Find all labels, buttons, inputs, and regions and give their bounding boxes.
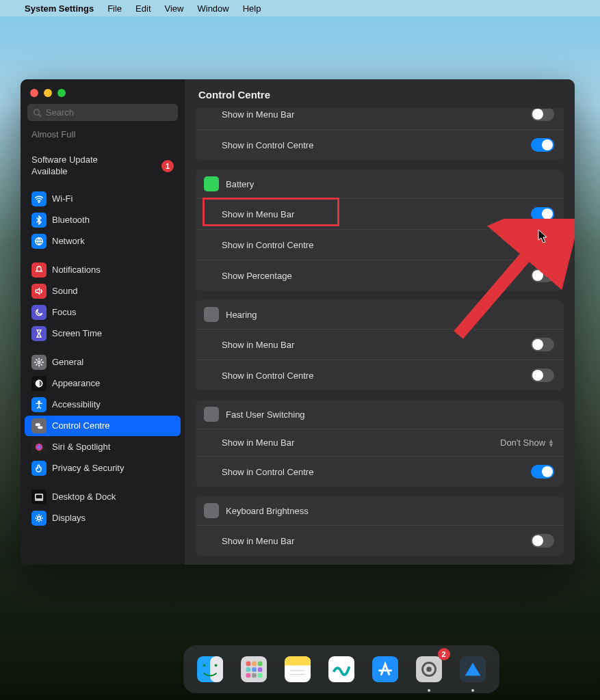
search-input[interactable] [46,107,172,118]
dock-icon-settings[interactable]: 2 [410,651,447,688]
menubar-window[interactable]: Window [197,3,229,14]
sidebar-item-general[interactable]: General [25,352,181,373]
svg-rect-27 [252,673,257,678]
sidebar-item-label: Bluetooth [52,215,90,225]
minimize-window-button[interactable] [44,89,52,97]
sidebar-item-screen-time[interactable]: Screen Time [25,323,181,344]
toggle-switch[interactable] [531,238,554,252]
menubar-file[interactable]: File [107,3,122,14]
settings-row: Show Percentage [196,260,564,291]
dock-icon-appstore[interactable] [367,651,404,688]
section-icon [204,176,219,191]
gear-icon [31,355,47,370]
chevron-updown-icon: ▲▼ [548,439,554,447]
sidebar-item-notifications[interactable]: Notifications [25,260,181,280]
sidebar-item-label: Desktop & Dock [52,492,116,502]
svg-point-18 [214,664,217,667]
sidebar-item-label: General [52,357,83,367]
svg-point-4 [38,361,40,364]
sidebar-item-sound[interactable]: Sound [25,281,181,301]
close-window-button[interactable] [30,89,38,97]
svg-rect-26 [246,673,250,678]
menubar-help[interactable]: Help [243,3,261,14]
toggle-switch[interactable] [531,109,554,121]
svg-rect-23 [246,667,250,672]
sidebar-software-update[interactable]: Software Update Available 1 [21,152,185,180]
row-label: Show in Menu Bar [222,438,294,448]
dock-icon-finder[interactable] [192,651,229,688]
row-label: Show in Control Centre [222,240,313,250]
sidebar-item-network[interactable]: Network [25,231,181,252]
svg-rect-22 [257,662,262,667]
zoom-window-button[interactable] [57,89,66,97]
dock-icon-notes[interactable] [279,651,316,688]
dropdown-select[interactable]: Don't Show▲▼ [500,438,554,448]
toggle-switch[interactable] [531,138,554,152]
toggle-switch[interactable] [531,338,554,351]
svg-rect-34 [328,656,354,682]
desk-icon [31,489,47,504]
settings-section-battery: BatteryShow in Menu BarShow in Control C… [196,170,564,291]
menubar-view[interactable]: View [165,3,184,14]
menubar-edit[interactable]: Edit [135,3,151,14]
dock-icon-unknown[interactable] [454,651,491,688]
toggle-switch[interactable] [531,465,554,479]
menubar-app-name[interactable]: System Settings [25,3,94,14]
window-controls [21,79,185,104]
sidebar-item-desktop-dock[interactable]: Desktop & Dock [25,487,181,507]
hand-icon [31,461,47,476]
svg-point-12 [38,516,41,520]
row-label: Show in Menu Bar [222,209,294,219]
section-title: Fast User Switching [226,409,305,420]
sidebar-item-appearance[interactable]: Appearance [25,373,181,394]
toggle-switch[interactable] [531,368,554,382]
toggle-switch[interactable] [531,534,554,548]
sidebar-item-label: Screen Time [52,328,102,338]
sidebar-item-focus[interactable]: Focus [25,302,181,323]
svg-rect-20 [246,662,250,667]
main-pane-title: Control Centre [185,79,575,109]
bt-icon [31,213,47,228]
section-icon [204,307,219,322]
settings-row: Show in Control Centre [196,229,564,260]
settings-row: Show in Control Centre [196,360,564,390]
dock-icon-launchpad[interactable] [235,651,272,688]
sidebar-item-displays[interactable]: Displays [25,508,181,528]
svg-rect-7 [36,424,40,425]
sidebar-item-label: Privacy & Security [52,463,124,473]
toggle-switch[interactable] [531,269,554,282]
section-title: Hearing [226,310,257,320]
svg-rect-28 [257,673,262,678]
settings-row: Show in Menu Bar [196,109,564,129]
sidebar-item-siri-spotlight[interactable]: Siri & Spotlight [25,437,181,457]
row-label: Show in Menu Bar [222,109,294,120]
main-scroll[interactable]: Show in Menu BarShow in Control CentreBa… [185,109,575,565]
sidebar-item-control-centre[interactable]: Control Centre [25,416,181,436]
siri-icon [31,440,47,455]
dock-icon-freeform[interactable] [323,651,360,688]
svg-rect-24 [252,667,257,672]
svg-rect-8 [38,427,42,428]
software-update-badge: 1 [161,160,174,172]
dropdown-value-label: Don't Show [500,438,545,448]
row-label: Show in Control Centre [222,371,313,381]
svg-rect-10 [36,494,43,499]
search-icon [33,108,42,118]
sidebar-item-wi-fi[interactable]: Wi-Fi [25,189,181,209]
svg-rect-21 [252,662,257,667]
section-header: Battery [196,170,564,198]
sidebar-item-label: Wi-Fi [52,193,73,204]
sidebar-item-label: Sound [52,286,78,296]
sidebar-item-accessibility[interactable]: Accessibility [25,394,181,415]
row-label: Show in Control Centre [222,467,313,477]
sidebar-search[interactable] [27,104,178,121]
sidebar-scroll[interactable]: Almost Full Software Update Available 1 … [21,126,185,565]
sidebar-item-privacy-security[interactable]: Privacy & Security [25,458,181,479]
svg-point-2 [38,202,39,202]
sidebar-almost-full[interactable]: Almost Full [21,126,185,144]
svg-rect-31 [285,663,311,666]
svg-point-6 [38,401,40,402]
svg-point-38 [426,667,432,672]
sidebar-item-bluetooth[interactable]: Bluetooth [25,210,181,230]
toggle-switch[interactable] [531,207,554,221]
